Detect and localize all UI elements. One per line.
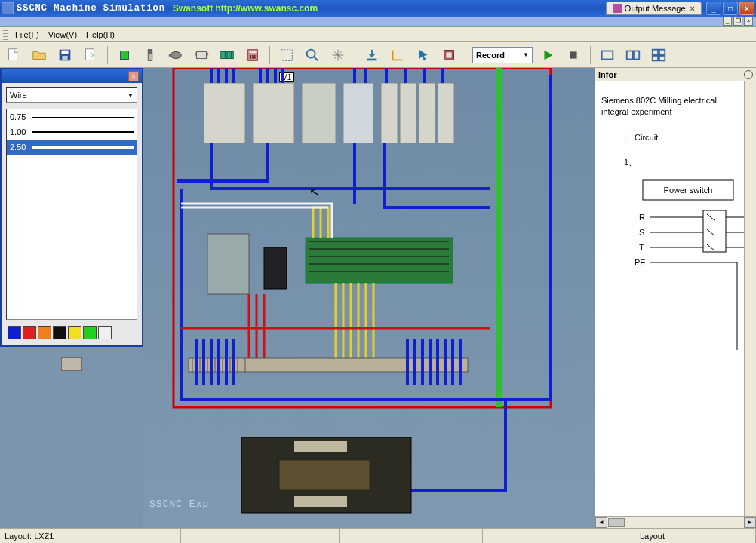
color-swatch-green[interactable]	[83, 326, 97, 339]
svg-rect-38	[602, 51, 613, 59]
svg-point-30	[254, 57, 256, 58]
wire-panel-close-icon[interactable]: ×	[128, 71, 139, 81]
view-split-button[interactable]	[622, 44, 644, 66]
menu-file[interactable]: File(F)	[11, 29, 44, 41]
minimize-button[interactable]: _	[706, 2, 721, 15]
mdi-control-row: _ ❐ ×	[0, 17, 756, 27]
svg-point-29	[252, 57, 254, 58]
svg-rect-39	[627, 51, 632, 59]
spare-component[interactable]	[61, 357, 82, 371]
circuit-canvas[interactable]: V1 SSCNC Exp	[143, 68, 595, 528]
globe-icon[interactable]	[744, 70, 753, 79]
record-label: Record	[476, 51, 505, 60]
svg-rect-36	[446, 52, 451, 57]
svg-point-27	[254, 55, 256, 57]
switch-button[interactable]	[140, 44, 161, 66]
color-swatch-red[interactable]	[23, 326, 36, 339]
info-diagram: Power switch R S T PE	[601, 176, 738, 360]
device-button[interactable]	[438, 44, 459, 66]
export-button[interactable]	[80, 44, 101, 66]
svg-rect-53	[419, 83, 435, 143]
stop-button[interactable]	[563, 44, 584, 66]
svg-rect-55	[207, 234, 249, 294]
new-file-button[interactable]	[3, 44, 24, 66]
scroll-thumb[interactable]	[608, 518, 625, 527]
download-button[interactable]	[361, 44, 383, 66]
open-file-button[interactable]	[29, 44, 50, 66]
svg-rect-37	[570, 51, 576, 58]
svg-rect-10	[197, 51, 207, 58]
pointer-button[interactable]	[413, 44, 434, 66]
status-bar: Layout: LXZ1 Layout	[0, 528, 756, 543]
svg-rect-52	[400, 83, 416, 143]
maximize-button[interactable]: □	[723, 2, 738, 15]
status-cell-4	[483, 529, 635, 543]
svg-rect-85	[703, 210, 726, 252]
vertical-scrollbar[interactable]	[744, 81, 756, 516]
info-body: Siemens 802C Milling electrical integral…	[595, 81, 744, 516]
app-icon	[2, 2, 14, 14]
svg-rect-2	[61, 50, 68, 54]
motor-button[interactable]	[165, 44, 186, 66]
svg-point-25	[250, 55, 251, 57]
play-button[interactable]	[537, 44, 558, 66]
close-button[interactable]: ×	[739, 2, 754, 15]
window-title: SSCNC Machine Simulation	[17, 3, 165, 14]
terminal-block-button[interactable]	[217, 44, 238, 66]
pan-button[interactable]	[327, 44, 349, 66]
color-swatch-orange[interactable]	[38, 326, 51, 339]
mdi-min-icon[interactable]: _	[723, 17, 732, 26]
svg-rect-3	[62, 55, 67, 60]
info-panel-title[interactable]: Infor	[595, 68, 756, 81]
color-swatch-yellow[interactable]	[68, 326, 81, 339]
svg-rect-42	[659, 49, 665, 54]
wire-size-row[interactable]: 1.00	[7, 124, 137, 140]
chevron-down-icon: ▼	[128, 92, 134, 99]
view-quad-button[interactable]	[648, 44, 669, 66]
zoom-button[interactable]	[302, 44, 323, 66]
color-swatch-blue[interactable]	[8, 326, 21, 339]
circuit-drawing	[143, 68, 595, 528]
mdi-restore-icon[interactable]: ❐	[733, 17, 742, 26]
svg-rect-47	[204, 83, 245, 143]
svg-rect-44	[659, 55, 665, 60]
svg-rect-41	[653, 49, 658, 54]
scroll-right-icon[interactable]: ►	[744, 517, 756, 528]
menubar-grip[interactable]	[3, 29, 8, 41]
svg-rect-74	[294, 496, 347, 507]
svg-rect-51	[381, 83, 398, 143]
chevron-down-icon: ▼	[523, 51, 529, 58]
color-swatch-black[interactable]	[53, 326, 66, 339]
svg-rect-54	[438, 83, 454, 143]
mdi-close-icon[interactable]: ×	[744, 17, 753, 26]
component-tray	[0, 347, 143, 528]
wire-panel-titlebar[interactable]: ×	[2, 69, 142, 83]
calculator-button[interactable]	[242, 44, 263, 66]
save-button[interactable]	[54, 44, 75, 66]
tab-output-message[interactable]: Output Message ×	[606, 2, 702, 15]
wire-size-row[interactable]: 0.75	[7, 109, 137, 124]
menu-view[interactable]: View(V)	[44, 29, 81, 41]
menu-help[interactable]: Help(H)	[81, 29, 119, 41]
status-cell-2	[181, 529, 340, 543]
wire-type-combo[interactable]: Wire ▼	[6, 87, 137, 103]
wire-size-list[interactable]: 0.75 1.00 2.50	[6, 109, 137, 320]
svg-rect-34	[367, 58, 377, 60]
svg-rect-9	[169, 54, 172, 57]
svg-rect-56	[264, 247, 287, 289]
axis-button[interactable]	[387, 44, 408, 66]
menu-bar: File(F) View(V) Help(H)	[0, 27, 756, 42]
chip-button[interactable]	[191, 44, 212, 66]
led-button[interactable]	[114, 44, 135, 66]
close-tab-icon[interactable]: ×	[690, 4, 695, 13]
horizontal-scrollbar[interactable]: ◄ ►	[595, 516, 756, 528]
svg-text:R: R	[639, 213, 645, 222]
color-swatch-white[interactable]	[98, 326, 112, 339]
scroll-left-icon[interactable]: ◄	[595, 517, 607, 528]
svg-rect-7	[148, 49, 152, 54]
view-single-button[interactable]	[597, 44, 618, 66]
wire-size-row-selected[interactable]: 2.50	[7, 140, 137, 155]
record-combo[interactable]: Record ▼	[472, 47, 533, 63]
selection-rect-button[interactable]	[276, 44, 297, 66]
wire-combo-value: Wire	[10, 90, 27, 100]
